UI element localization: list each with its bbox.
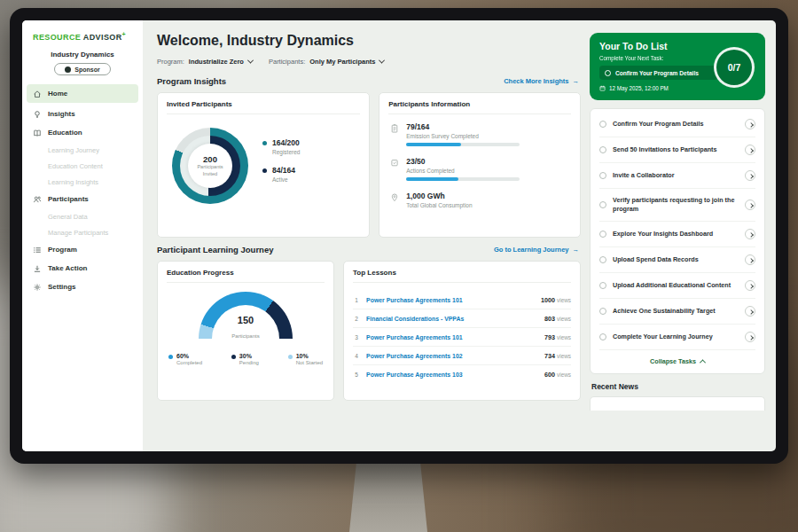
task-chevron-button[interactable]: [745, 280, 755, 291]
book-icon: [33, 129, 42, 137]
task-chevron-button[interactable]: [745, 200, 755, 210]
task-checkbox[interactable]: [599, 256, 606, 263]
gauge-center-caption: Participants: [231, 333, 259, 339]
lesson-rank: 5: [353, 372, 360, 378]
pale-blue-dot-icon: [288, 355, 293, 359]
donut-center-label: 200 Participants Invited: [172, 128, 248, 204]
lesson-title-link[interactable]: Power Purchase Agreements 102: [366, 353, 538, 359]
actions-completed-progress-bar: [406, 177, 520, 181]
lesson-title-link[interactable]: Power Purchase Agreements 101: [366, 334, 538, 340]
metric-label: Actions Completed: [406, 168, 520, 174]
app-screen: RESOURCE ADVISOR+ Industry Dynamics Spon…: [22, 20, 776, 451]
sidebar-item-general-data[interactable]: General Data: [22, 208, 143, 224]
chevron-down-icon: [379, 58, 385, 64]
task-row[interactable]: Achieve One Sustainability Target: [599, 299, 755, 325]
legend-pct: 30%: [239, 353, 259, 359]
todo-progress-value: 0/7: [728, 62, 741, 73]
logo-plus: +: [122, 31, 127, 37]
logo-text-primary: RESOURCE: [33, 33, 81, 42]
sidebar-item-label: Take Action: [48, 264, 87, 272]
task-checkbox[interactable]: [599, 333, 606, 340]
sidebar-item-label: Settings: [48, 283, 76, 291]
task-checkbox[interactable]: [599, 201, 606, 208]
clipboard-icon: [390, 123, 399, 134]
task-label: Achieve One Sustainability Target: [613, 307, 739, 316]
metric-global-consumption: 1,000 GWh Total Global Consumption: [390, 192, 571, 212]
legend-pct: 60%: [176, 353, 202, 359]
sponsor-badge-label: Sponsor: [74, 66, 99, 73]
task-checkbox[interactable]: [599, 121, 606, 128]
sponsor-badge[interactable]: Sponsor: [54, 63, 110, 75]
sidebar-item-program[interactable]: Program: [22, 240, 143, 259]
lesson-title-link[interactable]: Financial Considerations - VPPAs: [366, 316, 538, 322]
task-row[interactable]: Verify participants requesting to join t…: [599, 189, 755, 222]
sidebar-item-manage-participants[interactable]: Manage Participants: [22, 224, 143, 240]
task-chevron-button[interactable]: [745, 254, 755, 265]
task-chevron-button[interactable]: [745, 229, 755, 239]
learning-journey-header: Participant Learning Journey Go to Learn…: [157, 245, 579, 254]
task-row[interactable]: Complete Your Learning Journey: [599, 325, 755, 350]
task-chevron-button[interactable]: [745, 170, 755, 181]
participants-dropdown[interactable]: Participants: Only My Participants: [269, 58, 384, 66]
sidebar-item-education-content[interactable]: Education Content: [22, 158, 143, 174]
sidebar-item-take-action[interactable]: Take Action: [22, 259, 143, 278]
metric-emission-survey: 79/164 Emission Survey Completed: [390, 122, 571, 146]
lesson-row: 1 Power Purchase Agreements 101 1000view…: [353, 291, 571, 309]
sidebar-item-learning-insights[interactable]: Learning Insights: [22, 174, 143, 190]
task-chevron-button[interactable]: [745, 145, 755, 155]
arrow-right-icon: →: [573, 77, 580, 85]
task-chevron-button[interactable]: [745, 119, 755, 129]
main-content: Welcome, Industry Dynamics Program: Indu…: [143, 20, 590, 451]
sidebar-item-learning-journey[interactable]: Learning Journey: [22, 142, 143, 158]
program-filter-label: Program:: [157, 58, 184, 66]
blue-dot-icon: [168, 355, 173, 359]
program-insights-header: Program Insights Check More Insights →: [157, 76, 579, 86]
task-row[interactable]: Invite a Collaborator: [599, 163, 755, 189]
task-row[interactable]: Confirm Your Program Details: [599, 112, 755, 137]
sidebar-item-participants[interactable]: Participants: [22, 190, 143, 208]
legend-label: Not Started: [296, 360, 323, 365]
check-more-insights-link[interactable]: Check More Insights →: [504, 77, 579, 85]
sidebar: RESOURCE ADVISOR+ Industry Dynamics Spon…: [22, 20, 143, 451]
donut-legend: 164/200 Registered 84/164 Active: [262, 138, 300, 193]
sidebar-item-education[interactable]: Education: [22, 123, 143, 142]
lesson-title-link[interactable]: Power Purchase Agreements 101: [366, 297, 535, 303]
sidebar-item-insights[interactable]: Insights: [22, 105, 143, 123]
task-row[interactable]: Explore Your Insights Dashboard: [599, 222, 755, 247]
photo-background: RESOURCE ADVISOR+ Industry Dynamics Spon…: [0, 0, 798, 532]
gear-icon: [33, 283, 42, 292]
next-task-button[interactable]: Confirm Your Program Details: [599, 66, 718, 80]
task-checkbox[interactable]: [599, 172, 606, 179]
sidebar-item-label: Education: [48, 129, 82, 137]
card-title: Education Progress: [167, 269, 325, 283]
legend-item-completed: 60% Completed: [168, 353, 202, 365]
program-dropdown[interactable]: Program: Industrialize Zero: [157, 58, 253, 66]
sidebar-item-home[interactable]: Home: [27, 84, 138, 103]
navy-dot-icon: [231, 355, 236, 359]
metric-label: Total Global Consumption: [406, 202, 472, 208]
task-chevron-button[interactable]: [745, 306, 755, 317]
card-title: Participants Information: [388, 100, 571, 114]
emission-survey-progress-bar: [406, 143, 520, 146]
collapse-tasks-button[interactable]: Collapse Tasks: [599, 350, 755, 372]
lesson-title-link[interactable]: Power Purchase Agreements 103: [366, 372, 538, 378]
sidebar-item-settings[interactable]: Settings: [22, 278, 143, 296]
sidebar-item-label: Learning Insights: [48, 178, 98, 186]
gauge-center-label: 150 Participants: [199, 315, 293, 341]
task-row[interactable]: Upload Spend Data Records: [599, 247, 755, 273]
collapse-label: Collapse Tasks: [650, 357, 696, 365]
recent-news-heading: Recent News: [591, 382, 765, 391]
task-checkbox[interactable]: [599, 146, 606, 153]
legend-value: 164/200: [272, 138, 300, 147]
task-row[interactable]: Upload Additional Educational Content: [599, 273, 755, 299]
task-checkbox[interactable]: [599, 308, 606, 315]
legend-label: Registered: [272, 149, 300, 155]
task-chevron-button[interactable]: [745, 332, 755, 342]
task-checkbox[interactable]: [599, 231, 606, 238]
task-checkbox[interactable]: [599, 282, 606, 289]
go-to-learning-journey-link[interactable]: Go to Learning Journey →: [494, 246, 579, 254]
gauge-center-value: 150: [199, 315, 293, 325]
page-title: Welcome, Industry Dynamics: [157, 33, 581, 49]
task-row[interactable]: Send 50 Invitations to Participants: [599, 137, 755, 163]
home-icon: [33, 90, 42, 98]
